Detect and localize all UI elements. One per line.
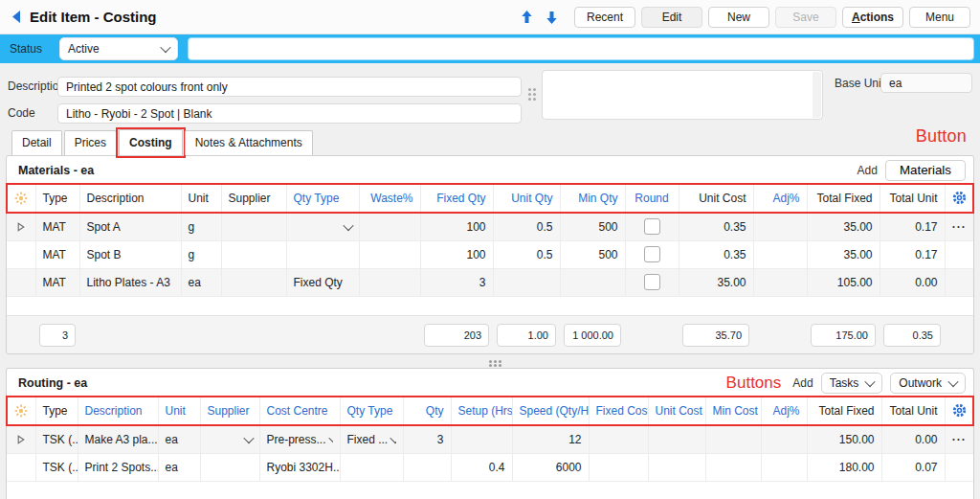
column-header-unit-qty[interactable]: Unit Qty [493, 184, 560, 213]
total-value-box[interactable]: 3 [39, 324, 76, 347]
column-header-total-fixed[interactable]: Total Fixed [807, 184, 880, 213]
cell-unit-cost[interactable]: 0.35 [679, 213, 753, 240]
cell-unit[interactable]: ea [158, 453, 200, 481]
cell-sun-icon[interactable] [7, 425, 35, 453]
cell-fixed-cost[interactable] [589, 425, 648, 453]
actions-button[interactable]: Actions [842, 7, 903, 28]
table-row[interactable]: MATSpot Bg1000.55000.3535.000.17 [7, 240, 973, 268]
column-header-supplier[interactable]: Supplier [200, 397, 259, 425]
cell-unit[interactable]: ea [181, 268, 221, 296]
gear-icon[interactable] [952, 403, 967, 418]
cell-waste[interactable] [359, 213, 420, 240]
cell-supplier[interactable] [221, 213, 286, 240]
cell-gear-icon[interactable] [945, 453, 973, 481]
cell-supplier[interactable] [200, 425, 259, 453]
cell-qty-type[interactable]: Fixed Qty [286, 268, 359, 296]
add-outwork-select[interactable]: Outwork [890, 373, 966, 394]
round-checkbox[interactable] [644, 246, 660, 262]
cell-total-fixed[interactable]: 105.00 [807, 268, 880, 296]
status-aux-input[interactable] [188, 37, 974, 60]
drag-handle-icon[interactable] [528, 88, 531, 91]
column-header-qty[interactable]: Qty [403, 397, 451, 425]
tab-prices[interactable]: Prices [64, 130, 117, 155]
cell-total-unit[interactable]: 0.00 [880, 268, 945, 296]
cell-waste[interactable] [359, 268, 420, 296]
cell-speed-qty-hr[interactable]: 12 [512, 425, 589, 453]
cell-gear-icon[interactable] [945, 240, 973, 268]
cell-unit-cost[interactable] [648, 453, 705, 481]
cell-total-unit[interactable]: 0.17 [880, 213, 945, 240]
cell-description[interactable]: Spot B [79, 240, 181, 268]
cell-adj[interactable] [753, 240, 807, 268]
cell-min-cost[interactable] [705, 453, 761, 481]
column-header-total-fixed[interactable]: Total Fixed [807, 397, 881, 425]
cell-supplier[interactable] [221, 240, 286, 268]
cell-total-unit[interactable]: 0.07 [881, 453, 945, 481]
cell-sun-icon[interactable] [7, 240, 35, 268]
expander-icon[interactable] [17, 435, 25, 444]
row-actions-ellipsis-icon[interactable]: ··· [952, 433, 967, 446]
cell-qty-type[interactable] [286, 240, 359, 268]
column-header-round[interactable]: Round [625, 184, 679, 213]
cell-fixed-qty[interactable]: 3 [420, 268, 493, 296]
cell-qty-type[interactable] [340, 453, 403, 481]
cell-type[interactable]: TSK (... [35, 425, 78, 453]
sun-icon[interactable] [14, 404, 28, 418]
menu-button[interactable]: Menu [909, 7, 970, 28]
cell-adj[interactable] [761, 425, 807, 453]
cell-description[interactable]: Litho Plates - A3 [79, 268, 181, 296]
cell-type[interactable]: MAT [35, 240, 79, 268]
table-row[interactable]: TSK (...Make A3 pla...eaPre-press...Fixe… [7, 425, 973, 453]
cell-unit[interactable]: ea [158, 425, 200, 453]
gear-icon[interactable] [952, 191, 967, 205]
sun-icon[interactable] [14, 192, 28, 205]
cell-type[interactable]: MAT [35, 213, 79, 240]
cell-adj[interactable] [761, 453, 807, 481]
sun-icon-header[interactable] [7, 184, 35, 213]
cell-adj[interactable] [753, 268, 807, 296]
cell-min-cost[interactable] [705, 425, 761, 453]
cell-description[interactable]: Spot A [79, 213, 181, 240]
cell-unit-qty[interactable]: 0.5 [493, 213, 560, 240]
cell-waste[interactable] [359, 240, 420, 268]
cell-setup-hrs[interactable]: 0.4 [451, 453, 512, 481]
cell-min-qty[interactable]: 500 [560, 213, 625, 240]
cell-unit-cost[interactable]: 0.35 [679, 240, 753, 268]
table-row[interactable]: MATSpot Ag1000.55000.3535.000.17··· [7, 213, 973, 240]
status-select[interactable]: Active [59, 37, 178, 60]
column-header-fixed-qty[interactable]: Fixed Qty [420, 184, 493, 213]
column-header-supplier[interactable]: Supplier [221, 184, 286, 213]
cell-total-fixed[interactable]: 35.00 [807, 240, 880, 268]
back-arrow-icon[interactable] [10, 10, 22, 24]
cell-cost-centre[interactable]: Ryobi 3302H... [259, 453, 340, 481]
add-materials-button[interactable]: Materials [885, 160, 966, 181]
expander-icon[interactable] [17, 222, 25, 232]
table-row[interactable]: TSK (...Print 2 Spots...eaRyobi 3302H...… [7, 453, 973, 481]
code-input[interactable] [57, 103, 522, 124]
cell-unit[interactable]: g [181, 213, 221, 240]
cell-description[interactable]: Print 2 Spots... [78, 453, 158, 481]
cell-unit[interactable]: g [181, 240, 221, 268]
cell-total-unit[interactable]: 0.17 [880, 240, 945, 268]
add-tasks-select[interactable]: Tasks [821, 373, 883, 394]
tab-detail[interactable]: Detail [11, 130, 62, 155]
cell-unit-qty[interactable]: 0.5 [493, 240, 560, 268]
column-header-setup-hrs[interactable]: Setup (Hrs) [451, 397, 512, 425]
description-input[interactable] [57, 77, 522, 97]
column-header-speed-qty-hr[interactable]: Speed (Qty/Hr) [512, 397, 589, 425]
row-actions-ellipsis-icon[interactable]: ··· [952, 220, 967, 234]
cell-sun-icon[interactable] [7, 213, 35, 240]
cell-sun-icon[interactable] [7, 453, 35, 481]
total-value-box[interactable]: 1 000.00 [564, 324, 621, 347]
cell-total-fixed[interactable]: 180.00 [807, 453, 881, 481]
edit-button[interactable]: Edit [641, 7, 702, 28]
column-header-description[interactable]: Description [79, 184, 181, 213]
cell-gear-icon[interactable]: ··· [945, 213, 973, 240]
column-header-type[interactable]: Type [35, 397, 78, 425]
column-header-qty-type[interactable]: Qty Type [286, 184, 359, 213]
total-value-box[interactable]: 0.35 [883, 324, 941, 347]
cell-gear-icon[interactable]: ··· [945, 425, 973, 453]
cell-speed-qty-hr[interactable]: 6000 [512, 453, 589, 481]
total-value-box[interactable]: 1.00 [497, 324, 556, 347]
column-header-min-qty[interactable]: Min Qty [560, 184, 625, 213]
